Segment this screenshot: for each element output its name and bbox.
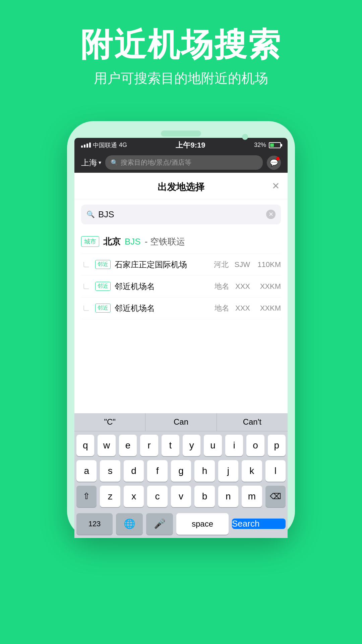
- carrier-label: 中国联通: [93, 141, 117, 149]
- key-row-1: q w e r t y u i o p: [76, 435, 286, 456]
- key-row-3: ⇧ z x c v b n m ⌫: [76, 486, 286, 507]
- key-g[interactable]: g: [171, 460, 191, 482]
- key-delete[interactable]: ⌫: [265, 486, 286, 507]
- indent-line-1: [83, 284, 89, 289]
- key-a[interactable]: a: [76, 460, 97, 482]
- suggestion-2[interactable]: Can't: [217, 413, 288, 431]
- status-right: 32%: [254, 142, 281, 149]
- nearby-tag-0: 邻近: [95, 260, 111, 269]
- network-label: 4G: [119, 142, 127, 149]
- search-bar[interactable]: 🔍 搜索目的地/景点/酒店等: [105, 155, 263, 170]
- key-s[interactable]: s: [100, 460, 120, 482]
- indent-line-0: [83, 262, 89, 267]
- nearby-airport-row-1[interactable]: 邻近 邻近机场名 地名 XXX XXKM: [81, 276, 281, 298]
- nearby-tag-1: 邻近: [95, 282, 111, 291]
- city-tag: 城市: [81, 236, 99, 247]
- status-left: 中国联通 4G: [81, 141, 127, 149]
- key-x[interactable]: x: [124, 486, 144, 507]
- signal-bar-1: [81, 146, 83, 148]
- clear-button[interactable]: ✕: [266, 210, 276, 219]
- search-input-icon: 🔍: [86, 210, 95, 218]
- key-shift[interactable]: ⇧: [76, 486, 97, 507]
- key-o[interactable]: o: [246, 435, 264, 456]
- search-button[interactable]: Search: [232, 519, 286, 529]
- airport-province-1: 地名: [215, 281, 229, 291]
- key-row-2: a s d f g h j k l: [76, 460, 286, 482]
- nearby-airports-list: 邻近 石家庄正定国际机场 河北 SJW 110KM 邻近: [81, 254, 281, 319]
- suggestion-0[interactable]: "C": [74, 413, 145, 431]
- key-e[interactable]: e: [119, 435, 137, 456]
- modal-close-button[interactable]: ✕: [272, 180, 280, 191]
- battery-fill: [270, 144, 274, 147]
- key-c[interactable]: c: [147, 486, 167, 507]
- airport-code-1: XXX: [235, 282, 250, 291]
- key-r[interactable]: r: [140, 435, 158, 456]
- key-mic[interactable]: 🎤: [146, 513, 173, 535]
- signal-bar-3: [86, 144, 88, 148]
- message-icon-button[interactable]: 💬: [267, 156, 281, 170]
- key-123[interactable]: 123: [76, 513, 113, 535]
- indent-0: [81, 262, 91, 267]
- modal-header: 出发地选择 ✕: [74, 173, 288, 199]
- search-input-value[interactable]: BJS: [98, 209, 263, 220]
- signal-bar-2: [84, 145, 85, 148]
- signal-bar-4: [89, 143, 91, 148]
- key-k[interactable]: k: [242, 460, 262, 482]
- key-globe[interactable]: 🌐: [116, 513, 143, 535]
- phone-camera: [242, 134, 248, 140]
- nearby-airport-row-2[interactable]: 邻近 邻近机场名 地名 XXX XXKM: [81, 298, 281, 319]
- modal-overlay: 出发地选择 ✕ 🔍 BJS ✕ 城市 北京: [74, 173, 288, 413]
- key-q[interactable]: q: [76, 435, 94, 456]
- hero-section: 附近机场搜索 用户可搜索目的地附近的机场: [0, 0, 362, 101]
- keyboard: "C" Can Can't q w e r t y u i: [74, 413, 288, 538]
- key-space[interactable]: space: [176, 513, 229, 535]
- key-j[interactable]: j: [218, 460, 238, 482]
- phone-notch: [74, 130, 288, 138]
- key-w[interactable]: w: [98, 435, 115, 456]
- nearby-tag-2: 邻近: [95, 304, 111, 313]
- key-d[interactable]: d: [124, 460, 144, 482]
- search-placeholder-text: 搜索目的地/景点/酒店等: [121, 158, 191, 167]
- airport-code-0: SJW: [235, 260, 250, 269]
- hero-subtitle: 用户可搜索目的地附近的机场: [0, 69, 362, 88]
- key-i[interactable]: i: [225, 435, 243, 456]
- empty-content-area: [74, 319, 288, 413]
- key-n[interactable]: n: [218, 486, 238, 507]
- key-b[interactable]: b: [194, 486, 215, 507]
- key-p[interactable]: p: [268, 435, 286, 456]
- keyboard-suggestions: "C" Can Can't: [74, 413, 288, 431]
- indent-2: [81, 306, 91, 311]
- hero-title: 附近机场搜索: [0, 27, 362, 62]
- key-f[interactable]: f: [147, 460, 167, 482]
- indent-line-2: [83, 306, 89, 311]
- results-list: 城市 北京 BJS - 空铁联运 邻近 石家庄正定国际机场: [74, 230, 288, 319]
- airport-name-0: 石家庄正定国际机场: [115, 259, 210, 270]
- key-v[interactable]: v: [171, 486, 191, 507]
- city-result-row[interactable]: 城市 北京 BJS - 空铁联运: [81, 230, 281, 254]
- airport-code-2: XXX: [235, 304, 250, 313]
- airport-dist-2: XXKM: [254, 304, 281, 313]
- key-y[interactable]: y: [183, 435, 200, 456]
- status-bar: 中国联通 4G 上午9:19 32%: [74, 138, 288, 153]
- city-label: 上海: [81, 157, 97, 168]
- nearby-airport-row-0[interactable]: 邻近 石家庄正定国际机场 河北 SJW 110KM: [81, 254, 281, 276]
- keyboard-rows: q w e r t y u i o p a s: [74, 431, 288, 513]
- city-code: BJS: [125, 236, 141, 247]
- signal-bars: [81, 143, 91, 148]
- suggestion-1[interactable]: Can: [145, 413, 217, 431]
- keyboard-bottom-row: 123 🌐 🎤 space Search: [74, 513, 288, 538]
- battery-pct: 32%: [254, 142, 266, 149]
- modal-title: 出发地选择: [158, 181, 204, 194]
- status-time: 上午9:19: [176, 140, 205, 150]
- message-badge: [276, 157, 280, 160]
- key-u[interactable]: u: [204, 435, 222, 456]
- key-h[interactable]: h: [194, 460, 215, 482]
- search-input-box[interactable]: 🔍 BJS ✕: [81, 205, 281, 224]
- key-z[interactable]: z: [100, 486, 120, 507]
- key-m[interactable]: m: [242, 486, 262, 507]
- key-t[interactable]: t: [162, 435, 179, 456]
- city-selector[interactable]: 上海 ▾: [81, 157, 101, 168]
- airport-dist-0: 110KM: [254, 260, 281, 269]
- chevron-down-icon: ▾: [99, 159, 101, 166]
- key-l[interactable]: l: [265, 460, 286, 482]
